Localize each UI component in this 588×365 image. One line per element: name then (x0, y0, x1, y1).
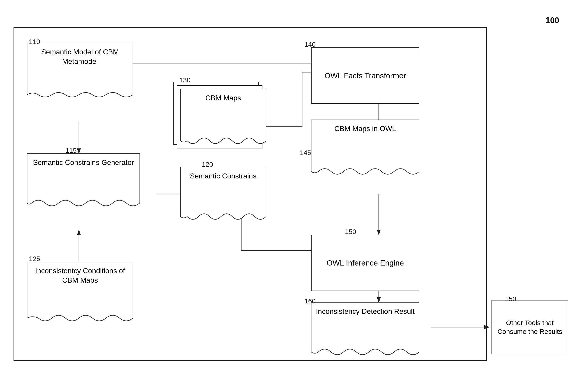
num-150: 150 (345, 228, 356, 236)
owl-inference-engine-label: OWL Inference Engine (327, 258, 404, 268)
diagram-title: 100 (546, 16, 559, 25)
inconsistency-conditions-box: Inconsistentcy Conditions of CBM Maps (27, 262, 133, 329)
cbm-maps-owl-label: CBM Maps in OWL (311, 119, 419, 138)
semantic-constrains-box: Semantic Constrains (180, 167, 266, 228)
num-150-other: 150 (505, 295, 516, 303)
num-125: 125 (29, 255, 40, 263)
num-130: 130 (179, 76, 191, 84)
diagram-container: 100 (9, 14, 577, 361)
owl-facts-transformer-label: OWL Facts Transformer (325, 70, 406, 81)
inconsistency-detection-box: Inconsistency Detection Result (311, 302, 419, 363)
num-115: 115 (65, 147, 77, 154)
num-145: 145 (300, 149, 311, 157)
other-tools-label: Other Tools that Consume the Results (494, 318, 566, 336)
owl-inference-engine-box: OWL Inference Engine (311, 235, 419, 291)
cbm-maps-owl-box: CBM Maps in OWL (311, 119, 419, 183)
semantic-constrains-generator-box: Semantic Constrains Generator (27, 153, 140, 214)
inconsistency-conditions-label: Inconsistentcy Conditions of CBM Maps (27, 262, 133, 289)
semantic-constrains-label: Semantic Constrains (180, 167, 266, 185)
other-tools-box: Other Tools that Consume the Results (491, 300, 568, 354)
inconsistency-detection-label: Inconsistency Detection Result (311, 302, 419, 321)
semantic-model-box: Semantic Model of CBM Metamodel (27, 43, 133, 106)
semantic-constrains-generator-label: Semantic Constrains Generator (27, 153, 140, 172)
num-140: 140 (304, 41, 316, 48)
cbm-maps-label: CBM Maps (180, 89, 266, 107)
cbm-maps-box: CBM Maps (180, 89, 266, 152)
owl-facts-transformer-box: OWL Facts Transformer (311, 47, 419, 104)
semantic-model-label: Semantic Model of CBM Metamodel (27, 43, 133, 70)
